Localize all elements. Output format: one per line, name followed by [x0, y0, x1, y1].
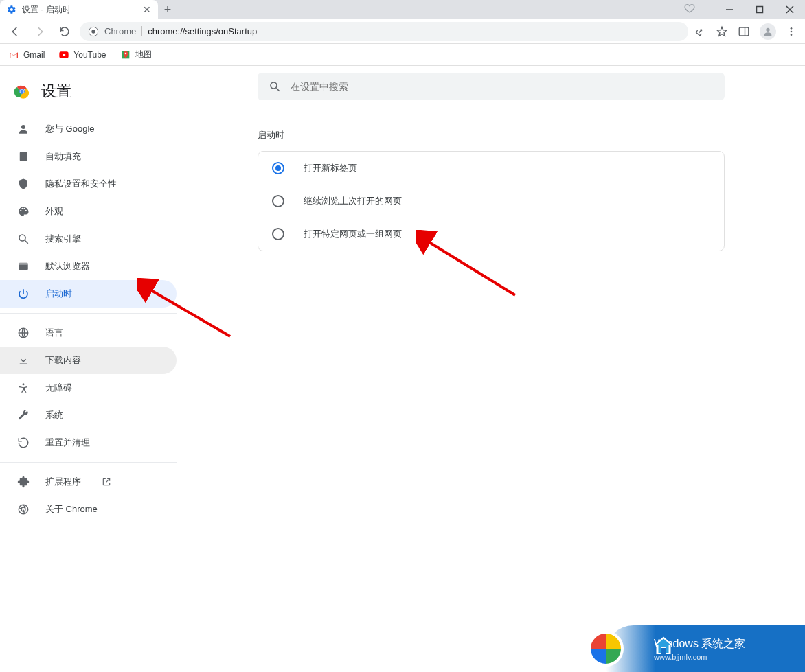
- sidebar-item-label: 语言: [45, 327, 63, 339]
- settings-search[interactable]: [258, 73, 725, 100]
- settings-sidebar: 设置 您与 Google 自动填充 隐私设置和安全性 外观 搜索引擎: [0, 66, 177, 672]
- address-bar[interactable]: Chrome chrome://settings/onStartup: [80, 22, 688, 41]
- palette-icon: [16, 205, 30, 218]
- star-icon[interactable]: [716, 25, 728, 38]
- svg-point-24: [19, 505, 28, 514]
- wrench-icon: [16, 409, 30, 421]
- chrome-outline-icon: [16, 503, 30, 515]
- svg-point-16: [21, 90, 24, 93]
- youtube-icon: [58, 49, 69, 60]
- toolbar-right-icons: [694, 23, 800, 40]
- maximize-button[interactable]: [745, 0, 775, 19]
- radio-label: 打开新标签页: [304, 162, 357, 174]
- settings-main: 启动时 打开新标签页 继续浏览上次打开的网页 打开特定网页或一组网页: [177, 66, 805, 672]
- tab-close-button[interactable]: ✕: [143, 4, 151, 15]
- sidebar-header: 设置: [0, 73, 177, 115]
- svg-point-11: [791, 34, 793, 36]
- power-icon: [16, 288, 30, 300]
- gmail-icon: [8, 49, 19, 60]
- tab-title: 设置 - 启动时: [22, 4, 137, 16]
- close-window-button[interactable]: [775, 0, 805, 19]
- forward-button[interactable]: [30, 22, 49, 41]
- download-icon: [16, 354, 30, 367]
- browser-toolbar: Chrome chrome://settings/onStartup: [0, 19, 805, 44]
- bookmark-gmail[interactable]: Gmail: [8, 49, 45, 60]
- watermark-logo-icon: [588, 631, 624, 667]
- globe-icon: [16, 327, 30, 339]
- maps-icon: [120, 49, 131, 60]
- nav-separator: [0, 313, 177, 314]
- settings-root: 设置 您与 Google 自动填充 隐私设置和安全性 外观 搜索引擎: [0, 66, 805, 672]
- svg-point-10: [791, 30, 793, 32]
- reload-button[interactable]: [55, 22, 74, 41]
- sidebar-item-label: 搜索引擎: [45, 233, 81, 245]
- startup-option-new-tab[interactable]: 打开新标签页: [258, 152, 724, 185]
- sidebar-item-accessibility[interactable]: 无障碍: [0, 374, 177, 402]
- sidebar-item-reset[interactable]: 重置并清理: [0, 429, 177, 456]
- gear-icon: [7, 5, 16, 14]
- sidebar-item-you-and-google[interactable]: 您与 Google: [0, 115, 177, 143]
- search-icon: [16, 233, 30, 245]
- sidebar-item-on-startup[interactable]: 启动时: [0, 280, 177, 308]
- svg-rect-21: [19, 263, 28, 265]
- radio-icon: [272, 162, 284, 174]
- sidebar-item-label: 自动填充: [45, 150, 81, 163]
- heart-icon: [684, 3, 695, 14]
- nav-separator: [0, 462, 177, 463]
- startup-option-continue[interactable]: 继续浏览上次打开的网页: [258, 185, 724, 218]
- bookmark-label: Gmail: [23, 50, 45, 60]
- svg-point-26: [271, 82, 277, 89]
- open-external-icon: [102, 477, 111, 487]
- browser-tab[interactable]: 设置 - 启动时 ✕: [0, 0, 158, 19]
- sidebar-item-search-engine[interactable]: 搜索引擎: [0, 225, 177, 253]
- search-icon: [269, 80, 281, 93]
- back-button[interactable]: [5, 22, 25, 41]
- sidebar-item-downloads[interactable]: 下载内容: [0, 347, 177, 374]
- sidebar-item-appearance[interactable]: 外观: [0, 198, 177, 225]
- svg-line-27: [276, 88, 280, 91]
- radio-icon: [272, 195, 284, 207]
- svg-point-9: [791, 27, 793, 30]
- extension-icon: [16, 476, 30, 488]
- menu-icon[interactable]: [786, 26, 797, 37]
- person-icon: [16, 123, 30, 135]
- sidebar-nav: 您与 Google 自动填充 隐私设置和安全性 外观 搜索引擎 默认浏览器: [0, 115, 177, 523]
- sidebar-item-label: 隐私设置和安全性: [45, 178, 117, 190]
- sidebar-item-extensions[interactable]: 扩展程序: [0, 468, 177, 496]
- side-panel-icon[interactable]: [738, 25, 750, 38]
- svg-point-13: [124, 52, 126, 54]
- minimize-button[interactable]: [714, 0, 745, 19]
- new-tab-button[interactable]: +: [158, 0, 177, 19]
- svg-point-5: [91, 30, 95, 33]
- sidebar-item-autofill[interactable]: 自动填充: [0, 143, 177, 170]
- bookmark-youtube[interactable]: YouTube: [58, 49, 106, 60]
- share-icon[interactable]: [694, 25, 706, 38]
- svg-line-19: [25, 240, 28, 244]
- sidebar-item-languages[interactable]: 语言: [0, 319, 177, 347]
- sidebar-item-privacy[interactable]: 隐私设置和安全性: [0, 170, 177, 198]
- sidebar-item-default-browser[interactable]: 默认浏览器: [0, 253, 177, 280]
- startup-option-specific-pages[interactable]: 打开特定网页或一组网页: [258, 218, 724, 251]
- settings-search-input[interactable]: [291, 81, 714, 92]
- sidebar-item-label: 启动时: [45, 288, 72, 300]
- sidebar-item-label: 您与 Google: [45, 123, 95, 135]
- accessibility-icon: [16, 382, 30, 394]
- svg-point-18: [19, 235, 25, 241]
- sidebar-item-label: 扩展程序: [45, 476, 81, 488]
- bookmarks-bar: Gmail YouTube 地图: [0, 44, 805, 66]
- startup-options-card: 打开新标签页 继续浏览上次打开的网页 打开特定网页或一组网页: [258, 151, 725, 251]
- sidebar-item-label: 默认浏览器: [45, 260, 90, 273]
- sidebar-item-about[interactable]: 关于 Chrome: [0, 496, 177, 523]
- section-title: 启动时: [258, 129, 725, 141]
- sidebar-item-system[interactable]: 系统: [0, 402, 177, 429]
- bookmark-maps[interactable]: 地图: [120, 49, 152, 60]
- radio-label: 继续浏览上次打开的网页: [304, 195, 402, 207]
- sidebar-title: 设置: [41, 81, 71, 102]
- shield-icon: [16, 178, 30, 190]
- sidebar-item-label: 重置并清理: [45, 437, 90, 449]
- window-controls: [714, 0, 805, 19]
- profile-avatar[interactable]: [760, 23, 776, 40]
- radio-icon: [272, 228, 284, 240]
- radio-label: 打开特定网页或一组网页: [304, 228, 402, 240]
- svg-rect-1: [757, 7, 763, 13]
